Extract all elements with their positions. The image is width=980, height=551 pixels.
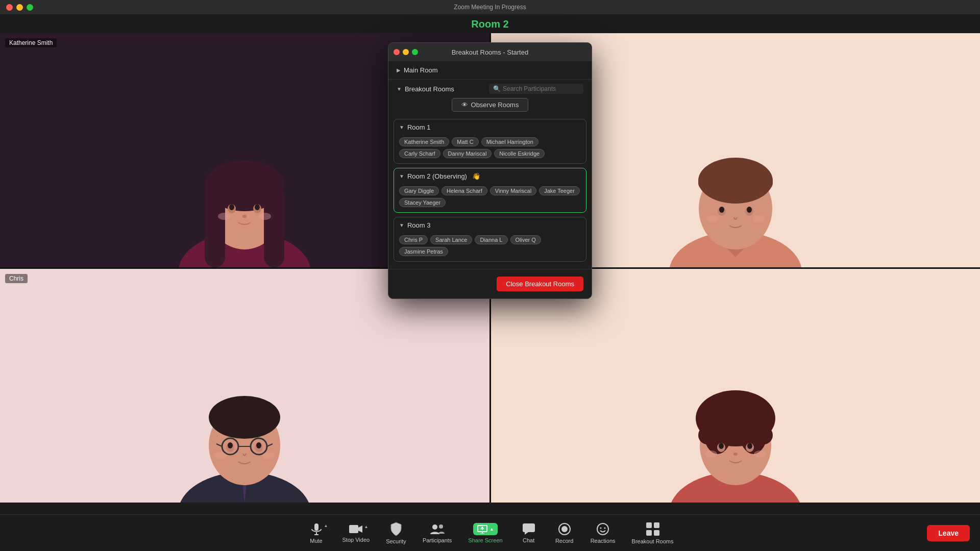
search-participants-input[interactable] (503, 85, 579, 92)
room-2-participants: Gary Diggle Helena Scharf Vinny Mariscal… (394, 184, 586, 212)
toolbar-item-breakout-rooms[interactable]: Breakout Rooms (624, 522, 682, 544)
mute-label: Mute (310, 538, 322, 544)
tag-dianna-l: Dianna L (475, 235, 507, 244)
svg-point-6 (205, 163, 284, 204)
window-controls[interactable] (6, 4, 33, 11)
observe-rooms-button[interactable]: 👁 Observe Rooms (452, 98, 529, 112)
avatar-bottom-left (163, 344, 326, 503)
chat-icon (522, 523, 535, 535)
tag-stacey-yaeger: Stacey Yaeger (399, 198, 446, 207)
modal-close-btn[interactable] (394, 49, 400, 55)
video-icon: ▲ (349, 523, 363, 535)
room-3-name: Room 3 (407, 221, 431, 229)
svg-point-24 (752, 215, 765, 222)
minimize-window-btn[interactable] (16, 4, 23, 11)
svg-point-57 (705, 450, 717, 458)
breakout-rooms-label: Breakout Rooms (632, 538, 674, 544)
room-name: Room 2 (0, 14, 980, 33)
close-breakout-rooms-button[interactable]: Close Breakout Rooms (497, 277, 583, 291)
tag-jasmine-petras: Jasmine Petras (399, 247, 448, 256)
modal-minimize-btn[interactable] (403, 49, 409, 55)
chat-label: Chat (523, 537, 534, 543)
toolbar-item-record[interactable]: Record (547, 522, 582, 544)
room-1-header[interactable]: ▼ Room 1 (394, 119, 586, 135)
title-bar: Zoom Meeting In Progress (0, 0, 980, 14)
svg-point-10 (255, 204, 260, 210)
modal-window-controls[interactable] (394, 49, 418, 55)
maximize-window-btn[interactable] (27, 4, 33, 11)
reactions-label: Reactions (591, 538, 616, 544)
wave-emoji: 👋 (472, 172, 480, 180)
avatar-top-left (163, 109, 326, 267)
svg-point-12 (218, 213, 230, 220)
tag-vinny-mariscal: Vinny Mariscal (490, 186, 536, 195)
tag-jake-teeger: Jake Teeger (539, 186, 580, 195)
svg-point-13 (259, 213, 271, 220)
chevron-down-icon: ▼ (397, 86, 402, 92)
stop-video-label: Stop Video (342, 537, 370, 543)
record-label: Record (555, 538, 573, 544)
svg-point-75 (604, 527, 606, 529)
svg-point-51 (744, 411, 763, 429)
modal-footer: Close Breakout Rooms (388, 269, 592, 298)
mute-chevron-icon: ▲ (324, 523, 328, 528)
modal-title: Breakout Rooms - Started (452, 48, 528, 56)
chevron-right-icon: ▶ (397, 67, 401, 73)
observe-btn-row: 👁 Observe Rooms (388, 94, 592, 116)
svg-point-38 (256, 442, 261, 448)
leave-button[interactable]: Leave (927, 525, 970, 541)
observe-icon: 👁 (461, 101, 468, 109)
breakout-rooms-header-row[interactable]: ▼ Breakout Rooms (397, 85, 454, 93)
svg-point-72 (561, 526, 568, 532)
toolbar-item-security[interactable]: Security (378, 522, 414, 544)
svg-rect-79 (654, 530, 659, 536)
share-screen-icon: ▲ (473, 523, 498, 535)
avatar-top-right (654, 109, 817, 267)
svg-point-64 (439, 524, 443, 529)
tag-gary-diggle: Gary Diggle (399, 186, 439, 195)
avatar-bottom-right (654, 344, 817, 503)
tag-danny-mariscal: Danny Mariscal (443, 149, 492, 158)
room-3-chevron-icon: ▼ (399, 222, 404, 228)
svg-point-48 (698, 426, 717, 444)
tag-katherine-smith: Katherine Smith (399, 137, 449, 146)
svg-point-74 (600, 527, 602, 529)
svg-point-49 (754, 426, 773, 444)
room-2-header[interactable]: ▼ Room 2 (Observing) 👋 (394, 168, 586, 184)
tag-helena-scharf: Helena Scharf (442, 186, 487, 195)
svg-point-58 (754, 450, 766, 458)
toolbar-item-participants[interactable]: Participants (414, 523, 460, 543)
toolbar-item-mute[interactable]: ▲ Mute (299, 522, 334, 544)
tag-carly-scharf: Carly Scharf (399, 149, 440, 158)
main-room-label: Main Room (404, 66, 437, 74)
room-2-chevron-icon: ▼ (399, 173, 404, 179)
modal-maximize-btn[interactable] (412, 49, 418, 55)
record-icon (558, 522, 571, 536)
toolbar-item-share-screen[interactable]: ▲ Share Screen (460, 523, 510, 543)
room-1-name: Room 1 (407, 123, 431, 131)
toolbar-item-reactions[interactable]: Reactions (582, 522, 624, 544)
toolbar: ▲ Mute ▲ Stop Video Security (0, 514, 980, 551)
svg-point-9 (229, 204, 234, 210)
svg-point-56 (733, 453, 738, 456)
toolbar-item-chat[interactable]: Chat (511, 523, 547, 543)
room-1-chevron-icon: ▼ (399, 124, 404, 130)
room-3-participants: Chris P Sarah Lance Dianna L Oliver Q Ja… (394, 233, 586, 261)
participants-label: Participants (423, 537, 452, 543)
video-chevron-icon: ▲ (364, 524, 368, 529)
tag-chris-p: Chris P (399, 235, 428, 244)
room-3-header[interactable]: ▼ Room 3 (394, 217, 586, 233)
svg-point-21 (719, 207, 724, 213)
room-3-section: ▼ Room 3 Chris P Sarah Lance Dianna L Ol… (394, 217, 586, 262)
toolbar-item-stop-video[interactable]: ▲ Stop Video (334, 523, 378, 543)
svg-point-11 (242, 215, 247, 218)
room-1-participants: Katherine Smith Matt C Michael Harringto… (394, 135, 586, 163)
participants-icon (430, 523, 445, 535)
svg-point-50 (708, 411, 727, 429)
close-window-btn[interactable] (6, 4, 13, 11)
room-1-section: ▼ Room 1 Katherine Smith Matt C Michael … (394, 119, 586, 164)
main-room-row[interactable]: ▶ Main Room (397, 66, 583, 74)
svg-point-73 (597, 523, 608, 535)
svg-point-22 (747, 207, 752, 213)
tag-matt-c: Matt C (452, 137, 478, 146)
